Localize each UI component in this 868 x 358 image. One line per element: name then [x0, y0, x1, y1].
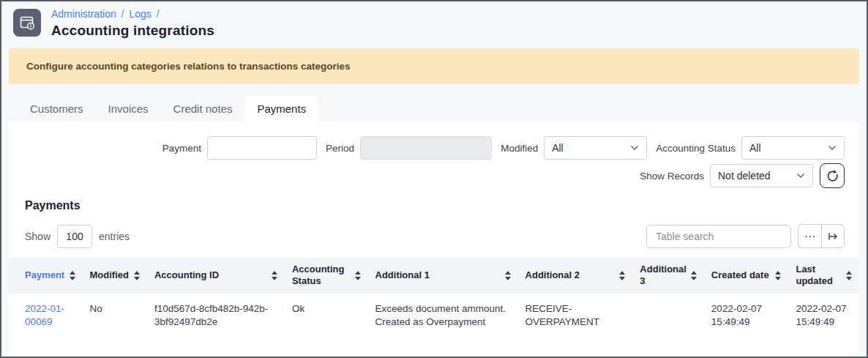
more-options-button[interactable]: ⋯ — [798, 224, 821, 248]
cell-modified: No — [83, 294, 147, 339]
page-header: Administration / Logs / Accounting integ… — [1, 1, 867, 43]
breadcrumb-administration[interactable]: Administration — [51, 8, 116, 20]
payment-filter-input[interactable] — [207, 136, 317, 160]
cell-additional-1: Exceeds document ammount. Created as Ove… — [368, 294, 518, 339]
column-header-last-updated[interactable]: Last updated — [788, 258, 859, 294]
cell-last-updated: 2022-02-07 15:49:49 — [788, 294, 859, 339]
column-label: Additional 1 — [375, 269, 430, 281]
sort-icon — [355, 271, 361, 280]
show-records-select-value: Not deleted — [718, 170, 771, 182]
chevron-down-icon — [796, 173, 805, 179]
window-info-icon — [18, 14, 36, 31]
tab-customers[interactable]: Customers — [18, 96, 96, 122]
sort-icon — [846, 271, 852, 280]
modified-select[interactable]: All — [544, 136, 647, 160]
export-columns-button[interactable] — [821, 224, 845, 248]
tab-payments[interactable]: Payments — [244, 96, 318, 122]
column-header-additional-3[interactable]: Additional 3 — [632, 258, 704, 294]
logs-app-icon — [13, 9, 41, 37]
cell-created-date: 2022-02-07 15:49:49 — [704, 294, 789, 339]
table-header-row: Payment Modified Accounting ID Accountin… — [9, 258, 859, 294]
sort-icon — [272, 271, 277, 280]
refresh-button[interactable] — [820, 163, 845, 188]
column-header-accounting-status[interactable]: Accounting Status — [285, 258, 368, 294]
section-title: Payments — [25, 199, 859, 212]
cell-additional-2: RECEIVE-OVERPAYMENT — [518, 294, 633, 339]
column-label: Modified — [90, 269, 129, 281]
tab-invoices[interactable]: Invoices — [96, 96, 161, 122]
entries-input[interactable] — [57, 225, 92, 248]
chevron-down-icon — [828, 145, 837, 151]
column-header-modified[interactable]: Modified — [83, 258, 147, 294]
cell-additional-3 — [632, 294, 704, 339]
sort-icon — [619, 271, 625, 280]
sort-icon — [775, 271, 781, 280]
column-header-created-date[interactable]: Created date — [704, 258, 789, 294]
column-header-additional-2[interactable]: Additional 2 — [518, 258, 633, 294]
tab-credit-notes[interactable]: Credit notes — [161, 96, 245, 122]
column-label: Accounting ID — [154, 269, 219, 281]
app-window: Administration / Logs / Accounting integ… — [0, 0, 868, 358]
cell-payment: 2022-01-00069 — [9, 294, 83, 339]
column-label: Created date — [711, 269, 769, 281]
filter-row-1: Payment Period Modified All Accounting S… — [9, 122, 859, 160]
table-row: 2022-01-00069 No f10d567d-8cfb482b-942b-… — [9, 294, 859, 339]
column-label: Additional 3 — [640, 264, 688, 288]
table-controls-row: Show entries ⋯ — [25, 224, 845, 248]
cell-accounting-status: Ok — [285, 294, 368, 339]
entries-label: entries — [99, 231, 130, 242]
breadcrumb-separator: / — [121, 8, 124, 20]
payments-table: Payment Modified Accounting ID Accountin… — [9, 258, 859, 338]
show-records-label: Show Records — [640, 171, 704, 182]
search-controls: ⋯ — [646, 224, 845, 248]
sort-icon — [505, 271, 511, 280]
table-search-input[interactable] — [646, 225, 791, 248]
chevron-down-icon — [630, 145, 639, 151]
column-label: Last updated — [796, 264, 843, 288]
show-entries-label: Show — [25, 231, 50, 242]
entries-control: Show entries — [25, 225, 130, 248]
table-buttons-group: ⋯ — [798, 224, 845, 248]
ellipsis-icon: ⋯ — [804, 230, 815, 243]
tab-bar: Customers Invoices Credit notes Payments — [18, 96, 867, 122]
refresh-icon — [826, 169, 839, 183]
cell-accounting-id: f10d567d-8cfb482b-942b-3bf92497db2e — [147, 294, 285, 339]
payment-link[interactable]: 2022-01-00069 — [25, 303, 64, 328]
period-filter-input — [360, 136, 492, 160]
content-panel: Payment Period Modified All Accounting S… — [9, 122, 859, 357]
accounting-status-select-value: All — [749, 142, 761, 154]
filter-row-2: Show Records Not deleted — [9, 160, 859, 188]
column-header-payment[interactable]: Payment — [9, 258, 83, 294]
breadcrumb-separator: / — [157, 8, 160, 20]
accounting-status-filter-label: Accounting Status — [656, 143, 736, 154]
arrow-from-bar-icon — [827, 231, 839, 242]
sort-icon — [70, 271, 75, 280]
column-header-accounting-id[interactable]: Accounting ID — [147, 258, 285, 294]
accounting-status-select[interactable]: All — [741, 136, 845, 160]
sort-icon — [134, 271, 140, 280]
notice-banner: Configure accounting categories relation… — [9, 48, 859, 84]
sort-icon — [691, 271, 697, 280]
header-text: Administration / Logs / Accounting integ… — [51, 7, 214, 39]
modified-select-value: All — [552, 142, 564, 154]
payment-filter-label: Payment — [162, 143, 201, 154]
breadcrumb-logs[interactable]: Logs — [129, 8, 151, 20]
column-header-additional-1[interactable]: Additional 1 — [368, 258, 518, 294]
period-filter-label: Period — [326, 143, 354, 154]
column-label: Payment — [25, 269, 64, 281]
show-records-select[interactable]: Not deleted — [710, 164, 813, 187]
page-title: Accounting integrations — [51, 23, 214, 39]
notice-text: Configure accounting categories relation… — [26, 61, 351, 72]
column-label: Additional 2 — [525, 269, 580, 281]
modified-filter-label: Modified — [501, 143, 538, 154]
breadcrumb: Administration / Logs / — [51, 7, 214, 20]
column-label: Accounting Status — [292, 264, 352, 288]
